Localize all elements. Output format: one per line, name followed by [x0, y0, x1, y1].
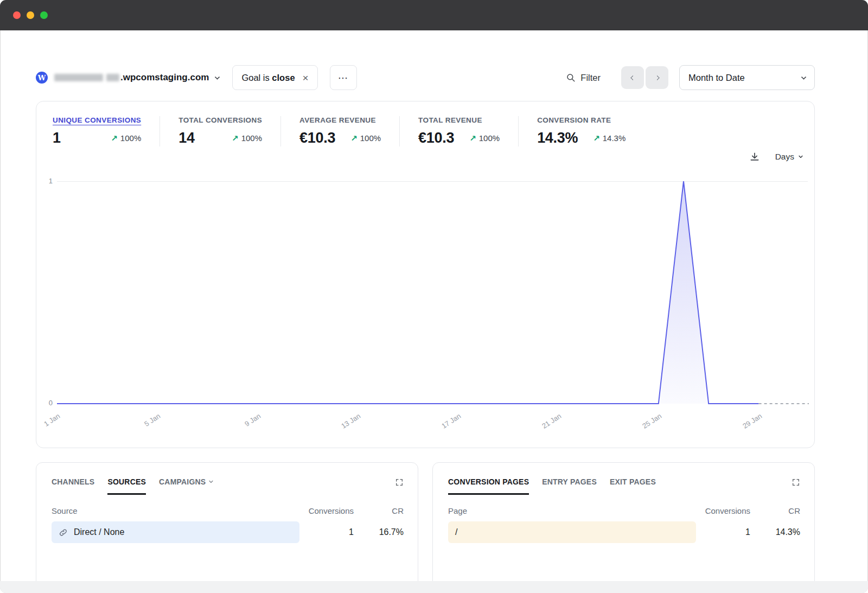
window-titlebar	[0, 0, 868, 30]
goal-filter-label: Goal is close	[241, 73, 295, 83]
column-cr: CR	[750, 506, 800, 515]
app-window: W .wpcomstaging.com Goal is close × ⋯ Fi…	[0, 0, 868, 593]
x-axis-label: 9 Jan	[221, 412, 262, 442]
next-period-button[interactable]	[646, 66, 668, 89]
pages-tabs: CONVERSION PAGES ENTRY PAGES EXIT PAGES	[433, 463, 814, 495]
table-row[interactable]: Direct / None 1 16.7%	[36, 520, 418, 545]
tab-exit-pages[interactable]: EXIT PAGES	[610, 477, 656, 495]
date-range-select[interactable]: Month to Date	[679, 65, 815, 90]
chevron-down-icon	[209, 479, 213, 483]
more-options-button[interactable]: ⋯	[330, 65, 357, 90]
x-axis-labels: 1 Jan5 Jan9 Jan13 Jan17 Jan21 Jan25 Jan2…	[36, 412, 814, 447]
chevron-down-icon	[215, 74, 220, 80]
tab-campaigns[interactable]: CAMPAIGNS	[159, 477, 213, 495]
expand-icon[interactable]	[395, 478, 404, 487]
x-axis-label: 17 Jan	[422, 412, 462, 442]
tab-sources[interactable]: SOURCES	[107, 477, 146, 495]
close-window-button[interactable]	[13, 11, 21, 19]
conversion-pages-card: CONVERSION PAGES ENTRY PAGES EXIT PAGES …	[432, 462, 815, 593]
page-label: /	[455, 527, 457, 537]
site-selector[interactable]: W .wpcomstaging.com	[36, 72, 219, 84]
column-page: Page	[448, 506, 696, 515]
sources-card: CHANNELS SOURCES CAMPAIGNS Source Conver…	[36, 462, 418, 593]
x-axis-label: 21 Jan	[522, 412, 563, 442]
date-nav	[621, 66, 668, 89]
chart-plot	[57, 181, 809, 404]
minimize-window-button[interactable]	[27, 11, 34, 19]
tab-conversion-pages[interactable]: CONVERSION PAGES	[448, 477, 529, 495]
y-axis-label: 0	[43, 399, 53, 407]
chevron-right-icon	[654, 75, 660, 80]
conversions-value: 1	[696, 527, 750, 537]
y-axis-label: 1	[43, 177, 53, 185]
cr-value: 14.3%	[750, 527, 800, 537]
table-header: Source Conversions CR	[36, 501, 418, 520]
source-label: Direct / None	[74, 527, 124, 537]
date-range-value: Month to Date	[688, 73, 745, 83]
conversions-value: 1	[299, 527, 354, 537]
wordpress-logo-icon: W	[36, 72, 48, 84]
cr-value: 16.7%	[354, 527, 404, 537]
tab-entry-pages[interactable]: ENTRY PAGES	[542, 477, 597, 495]
column-cr: CR	[354, 506, 404, 515]
tab-channels[interactable]: CHANNELS	[52, 477, 94, 495]
column-conversions: Conversions	[696, 506, 750, 515]
filter-label: Filter	[580, 73, 601, 83]
x-axis-label: 1 Jan	[21, 412, 61, 442]
expand-icon[interactable]	[792, 478, 800, 487]
sources-tabs: CHANNELS SOURCES CAMPAIGNS	[36, 463, 418, 495]
table-header: Page Conversions CR	[433, 501, 814, 520]
toolbar: W .wpcomstaging.com Goal is close × ⋯ Fi…	[36, 65, 815, 90]
conversions-chart: 1 0 1 Jan5 Jan9 Jan13 Jan17 Jan21 Jan25 …	[36, 101, 814, 448]
redacted-site-name	[54, 74, 103, 81]
page-share-bar: /	[448, 521, 696, 543]
chevron-left-icon	[630, 75, 635, 80]
column-conversions: Conversions	[299, 506, 354, 515]
link-icon	[59, 528, 68, 537]
x-axis-label: 29 Jan	[723, 412, 763, 442]
redacted-site-name	[106, 74, 119, 81]
close-icon[interactable]: ×	[303, 73, 309, 83]
conversions-panel: UNIQUE CONVERSIONS 1 ↗100% TOTAL CONVERS…	[36, 101, 815, 448]
table-row[interactable]: / 1 14.3%	[433, 520, 814, 545]
traffic-lights	[13, 11, 48, 19]
goal-filter-pill[interactable]: Goal is close ×	[232, 65, 317, 90]
column-source: Source	[52, 506, 299, 515]
prev-period-button[interactable]	[621, 66, 644, 89]
filter-button[interactable]: Filter	[566, 73, 601, 83]
bottom-cards: CHANNELS SOURCES CAMPAIGNS Source Conver…	[36, 462, 815, 593]
source-share-bar: Direct / None	[52, 521, 299, 543]
window-bottom-edge	[0, 581, 868, 593]
chevron-down-icon	[801, 74, 807, 80]
x-axis-label: 25 Jan	[622, 412, 663, 442]
zoom-window-button[interactable]	[40, 11, 48, 19]
search-icon	[566, 73, 576, 82]
x-axis-label: 5 Jan	[121, 412, 162, 442]
x-axis-label: 13 Jan	[321, 412, 362, 442]
site-domain: .wpcomstaging.com	[120, 72, 209, 83]
